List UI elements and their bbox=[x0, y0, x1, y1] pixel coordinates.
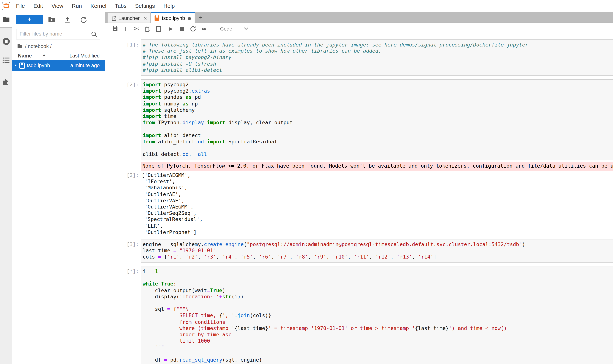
restart-run-all-icon[interactable]: ▶▶ bbox=[201, 25, 207, 32]
chevron-down-icon bbox=[244, 27, 248, 30]
upload-icon[interactable] bbox=[64, 16, 71, 23]
column-last-modified[interactable]: Last Modified bbox=[69, 53, 100, 58]
input-prompt: [1]: bbox=[105, 42, 139, 48]
menu-help[interactable]: Help bbox=[159, 0, 179, 12]
add-cell-icon[interactable]: + bbox=[122, 25, 129, 32]
restart-kernel-icon[interactable] bbox=[190, 25, 196, 32]
code-cell-2[interactable]: import psycopg2import psycopg2.extrasimp… bbox=[141, 79, 613, 160]
tab-launcher[interactable]: Launcher × bbox=[108, 13, 150, 23]
plus-icon: + bbox=[27, 15, 31, 24]
breadcrumb-path: / notebook / bbox=[25, 43, 52, 49]
code-cell-1[interactable]: # The following libraries have already b… bbox=[141, 39, 613, 76]
menu-view[interactable]: View bbox=[47, 0, 67, 12]
menu-settings[interactable]: Settings bbox=[131, 0, 159, 12]
menubar: File Edit View Run Kernel Tabs Settings … bbox=[0, 0, 613, 12]
menu-tabs[interactable]: Tabs bbox=[110, 0, 131, 12]
unsaved-dot-icon[interactable]: ● bbox=[188, 16, 191, 20]
column-name[interactable]: Name bbox=[18, 53, 32, 58]
file-browser-tab-icon[interactable] bbox=[3, 16, 10, 22]
close-tab-icon[interactable]: × bbox=[144, 15, 147, 21]
file-name: tsdb.ipynb bbox=[27, 63, 50, 68]
menu-kernel[interactable]: Kernel bbox=[86, 0, 110, 12]
kernel-running-bullet: • bbox=[14, 63, 17, 68]
tab-notebook-label: tsdb.ipynb bbox=[162, 15, 185, 21]
file-row-selected[interactable]: • tsdb.ipynb a minute ago bbox=[12, 60, 105, 71]
new-tab-button[interactable]: + bbox=[197, 14, 204, 21]
menu-run[interactable]: Run bbox=[68, 0, 86, 12]
filter-files-input[interactable] bbox=[16, 29, 90, 38]
column-divider bbox=[54, 51, 54, 60]
cell-type-value: Code bbox=[220, 26, 232, 31]
menu-edit[interactable]: Edit bbox=[29, 0, 47, 12]
home-folder-icon bbox=[17, 44, 23, 48]
new-folder-icon[interactable] bbox=[48, 16, 55, 23]
input-prompt: [3]: bbox=[105, 241, 139, 248]
running-kernels-icon[interactable] bbox=[2, 37, 11, 46]
save-icon[interactable] bbox=[111, 25, 118, 32]
jupyter-logo bbox=[1, 1, 11, 10]
sort-asc-icon[interactable]: ▲ bbox=[43, 53, 45, 57]
output-cell-2: ['OutlierAEGMM', 'IForest', 'Mahalanobis… bbox=[141, 172, 203, 235]
tab-launcher-label: Launcher bbox=[118, 15, 140, 21]
file-browser-panel: + bbox=[12, 12, 105, 364]
paste-cells-icon[interactable] bbox=[155, 25, 162, 32]
search-icon bbox=[91, 31, 98, 38]
stderr-output: None of PyTorch, TensorFlow >= 2.0, or F… bbox=[141, 162, 613, 170]
notebook-tab-icon bbox=[154, 15, 160, 21]
file-list-header: Name ▲ Last Modified bbox=[12, 51, 105, 60]
output-prompt: [2]: bbox=[105, 172, 139, 179]
filter-files-box bbox=[16, 29, 100, 39]
file-modified: a minute ago bbox=[70, 63, 100, 68]
extension-manager-icon[interactable] bbox=[2, 77, 10, 85]
menu-file[interactable]: File bbox=[12, 0, 29, 12]
notebook-toolbar: + ✂ ▶ ■ ▶▶ Code bbox=[105, 23, 613, 34]
copy-cells-icon[interactable] bbox=[144, 25, 151, 32]
notebook-file-icon bbox=[19, 62, 25, 69]
refresh-files-icon[interactable] bbox=[80, 16, 87, 23]
input-prompt: [2]: bbox=[105, 82, 139, 88]
launcher-tab-icon bbox=[111, 15, 116, 20]
code-cell-4[interactable]: i = 1 while True: clear_output(wait=True… bbox=[141, 266, 613, 364]
table-of-contents-icon[interactable] bbox=[2, 57, 10, 64]
new-launcher-button[interactable]: + bbox=[16, 15, 43, 24]
code-cell-3[interactable]: engine = sqlalchemy.create_engine("postg… bbox=[141, 239, 613, 263]
dock-tab-bar: Launcher × tsdb.ipynb ● + bbox=[105, 12, 613, 23]
run-cell-icon[interactable]: ▶ bbox=[168, 25, 175, 32]
cut-cells-icon[interactable]: ✂ bbox=[133, 25, 140, 32]
tab-notebook-active[interactable]: tsdb.ipynb ● bbox=[151, 12, 195, 23]
interrupt-kernel-icon[interactable]: ■ bbox=[179, 25, 185, 32]
notebook-area: [1]: # The following libraries have alre… bbox=[105, 35, 613, 364]
breadcrumb[interactable]: / notebook / bbox=[17, 43, 52, 49]
activity-bar bbox=[0, 12, 12, 364]
input-prompt-running: [*]: bbox=[105, 268, 139, 275]
cell-type-dropdown[interactable]: Code bbox=[220, 26, 248, 31]
